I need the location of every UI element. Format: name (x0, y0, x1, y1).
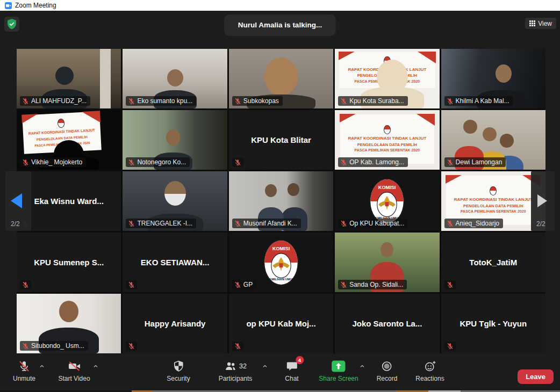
view-button-label: View (538, 20, 552, 27)
participant-tile[interactable]: KPU Tglk - Yuyun (441, 294, 545, 353)
participant-tile[interactable]: RAPAT KOORDINASI TINDAK LANJUT PENGELOLA… (335, 110, 439, 170)
participant-tile[interactable]: TotoK_JatiM (441, 233, 545, 292)
muted-mic-icon (128, 159, 135, 166)
leave-button[interactable]: Leave (518, 369, 554, 384)
name-pill: Eko sumanto kpu... (126, 96, 196, 106)
participant-tile[interactable]: Dewi Lamongan (441, 110, 545, 170)
kpu-logo-icon: KOMISI PEMILIHAN UMUM (263, 238, 299, 286)
kpu-logo-icon: KOMISI PEMILIHAN UMUM (369, 177, 405, 225)
shield-check-icon (7, 19, 17, 30)
name-pill: Dewi Lamongan (444, 157, 506, 167)
participant-tile[interactable]: ALI MAHFUDZ_P... (17, 49, 121, 108)
participant-tile[interactable]: Khilmi A Kab Mal... (441, 49, 545, 108)
participant-tile[interactable]: Sanda Op. Sidali... (335, 233, 439, 292)
name-pill: Notonegoro Ko... (126, 157, 190, 167)
name-pill: Kpu Kota Suraba... (338, 96, 407, 106)
participant-name-label: Op KPU Kabupat... (349, 220, 404, 227)
muted-mic-icon (128, 98, 135, 105)
name-pill: ALI MAHFUDZ_P... (20, 96, 90, 106)
muted-mic-icon (447, 98, 454, 105)
unmute-button[interactable]: Unmute (13, 359, 35, 382)
meeting-banner: RAPAT KOORDINASI TINDAK LANJUT PENGELOLA… (446, 176, 540, 225)
previous-page-button[interactable]: 2/2 (5, 171, 31, 231)
meeting-banner: RAPAT KOORDINASI TINDAK LANJUT PENGELOLA… (22, 111, 101, 154)
participant-tile[interactable]: KPU Sumenep S... (17, 233, 121, 292)
name-pill (444, 280, 456, 289)
muted-mic-icon (128, 343, 135, 350)
participant-name-label: Eko sumanto kpu... (137, 97, 192, 105)
participant-tile[interactable]: Happy Arisandy (123, 294, 227, 353)
start-video-button[interactable]: Start Video (58, 359, 90, 382)
share-screen-button[interactable]: Share Screen (319, 359, 358, 382)
muted-mic-icon (234, 220, 241, 227)
title-bar: Zoom Meeting (0, 0, 560, 11)
muted-mic-icon (340, 159, 347, 166)
record-button[interactable]: Record (377, 359, 398, 382)
banner-line-1: RAPAT KOORDINASI TINDAK LANJUT (454, 197, 533, 202)
security-button[interactable]: Security (167, 359, 190, 382)
next-page-button[interactable]: 2/2 (531, 171, 555, 231)
participant-tile[interactable]: Musonif Afandi K... (229, 171, 333, 231)
participant-tile[interactable]: RAPAT KOORDINASI TINDAK LANJUT PENGELOLA… (335, 49, 439, 108)
people-icon (224, 360, 237, 373)
participant-tile[interactable]: KPU Kota Blitar (229, 110, 333, 170)
muted-mic-icon (18, 360, 31, 373)
record-label: Record (377, 375, 398, 382)
banner-line-2: PENGELOLAAN DATA PEMILIH (357, 142, 418, 148)
participant-tile[interactable]: KOMISI PEMILIHAN UMUM Op KPU Kabupat... (335, 171, 439, 231)
participant-tile[interactable]: TRENGGALEK -I... (123, 171, 227, 231)
muted-mic-icon (234, 281, 241, 288)
muted-mic-icon (447, 343, 454, 350)
participant-tile[interactable]: EKO SETIAWAN... (123, 233, 227, 292)
share-screen-icon (331, 360, 346, 372)
reactions-button[interactable]: Reactions (415, 359, 444, 382)
video-options-chevron-icon[interactable] (92, 363, 99, 369)
participant-tile[interactable]: op KPU Kab Moj... (229, 294, 333, 353)
security-label: Security (167, 375, 190, 382)
participant-name-label: Dewi Lamongan (456, 158, 502, 166)
muted-mic-icon (22, 281, 29, 288)
participant-center-name: TotoK_JatiM (441, 233, 545, 292)
participant-tile[interactable]: Subkokopas (229, 49, 333, 108)
participant-name-label: Situbondo_ Usm... (31, 342, 84, 350)
muted-mic-icon (128, 281, 135, 288)
view-button[interactable]: View (525, 18, 556, 29)
page-indicator-right: 2/2 (536, 220, 545, 228)
muted-mic-icon (340, 281, 347, 288)
chat-badge: 4 (296, 356, 304, 364)
participant-tile[interactable]: Notonegoro Ko... (123, 110, 227, 170)
name-pill: Musonif Afandi K... (232, 219, 301, 228)
muted-mic-icon (128, 220, 135, 227)
participant-tile[interactable]: Situbondo_ Usm... (17, 294, 121, 353)
participant-tile[interactable]: Joko Saronto La... (335, 294, 439, 353)
page-indicator-left: 2/2 (11, 220, 20, 228)
security-shield-button[interactable] (4, 17, 19, 32)
muted-mic-icon (234, 98, 241, 105)
participants-button[interactable]: 32 Participants (219, 359, 253, 382)
participant-center-name: KPU Tglk - Yuyun (441, 294, 545, 353)
participant-name-label: OP Kab. Lamong... (349, 158, 404, 166)
participant-name-label: Notonegoro Ko... (137, 158, 186, 166)
shield-icon (172, 360, 185, 373)
participants-options-chevron-icon[interactable] (262, 363, 268, 369)
participant-tile[interactable]: RAPAT KOORDINASI TINDAK LANJUT PENGELOLA… (441, 171, 545, 231)
name-pill: Khilmi A Kab Mal... (444, 96, 513, 106)
participant-name-label: Anieq_Sidoarjo (456, 220, 499, 227)
participant-tile[interactable]: RAPAT KOORDINASI TINDAK LANJUT PENGELOLA… (17, 110, 121, 170)
name-pill: Op KPU Kabupat... (338, 219, 408, 228)
chat-button[interactable]: 4 Chat (285, 359, 298, 382)
participant-tile[interactable]: KOMISI PEMILIHAN UMUM GP (229, 233, 333, 292)
zoom-meeting-window: Zoom Meeting Nurul Amalia is talking... … (0, 0, 560, 392)
participants-label: Participants (219, 375, 253, 382)
muted-mic-icon (447, 281, 454, 288)
unmute-options-chevron-icon[interactable] (39, 363, 45, 369)
participant-tile[interactable]: Eka Wisnu Ward... (17, 171, 121, 231)
banner-line-3: PASCA PEMILIHAN SERENTAK 2020 (355, 148, 420, 153)
muted-mic-icon (340, 220, 347, 227)
name-pill (20, 280, 31, 289)
camera-off-icon (67, 360, 81, 373)
share-options-chevron-icon[interactable] (359, 363, 365, 369)
banner-line-3: PASCA PEMILIHAN SERENTAK 2020 (355, 79, 420, 84)
participant-tile[interactable]: Eko sumanto kpu... (123, 49, 227, 108)
participant-name-label: Khilmi A Kab Mal... (456, 97, 509, 105)
